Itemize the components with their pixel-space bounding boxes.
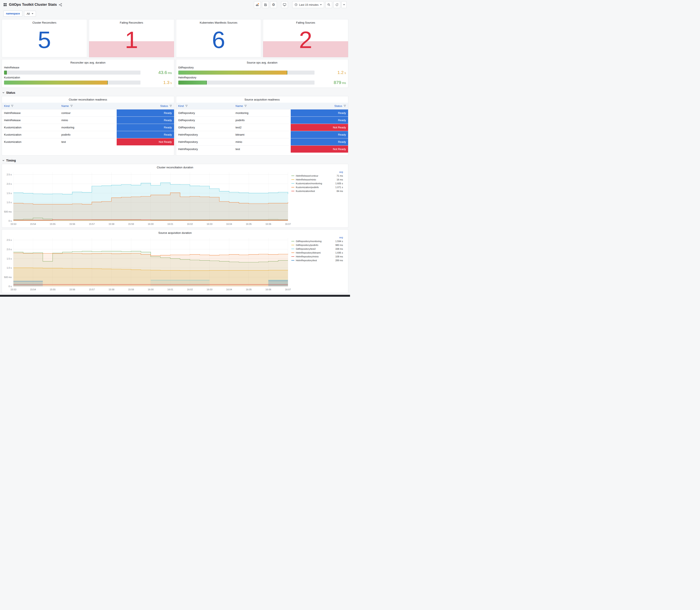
variable-value-namespace: All: [27, 12, 30, 15]
series-name: GitRepository/test2: [296, 247, 334, 250]
legend-item[interactable]: HelmRepository/test289 ms: [291, 258, 343, 262]
legend-item[interactable]: GitRepository/podinfo980 ms: [291, 243, 343, 247]
filter-icon[interactable]: [11, 105, 13, 107]
series-color-dash: [291, 187, 294, 188]
cell-kind: HelmRelease: [2, 110, 59, 117]
cell-name: test: [233, 146, 291, 153]
svg-text:16:04: 16:04: [226, 288, 232, 291]
plot-area[interactable]: 0 s500 ms1.0 s1.5 s2.0 s2.5 s15:5315:541…: [2, 235, 291, 292]
svg-text:15:56: 15:56: [69, 288, 75, 291]
chart-panels: Cluster reconciliation duration0 s500 ms…: [2, 164, 348, 293]
readiness-table: KindNameStatusGitRepositorymonitoringRea…: [176, 103, 348, 152]
cell-name: minio: [59, 117, 117, 124]
dashboard-settings-button[interactable]: ⚙: [270, 1, 277, 8]
variable-picker-namespace[interactable]: All: [24, 11, 36, 17]
cell-kind: GitRepository: [176, 110, 233, 117]
column-header-label: Status: [160, 105, 168, 108]
legend-item[interactable]: HelmRelease/contour71 ms: [291, 174, 343, 178]
column-header-label: Status: [334, 105, 342, 108]
column-header-kind: Kind: [176, 103, 233, 110]
column-header-button[interactable]: Name: [233, 103, 291, 109]
refresh-button[interactable]: [333, 1, 340, 8]
plot-area[interactable]: 0 s500 ms1.0 s1.5 s2.0 s2.5 s15:5315:541…: [2, 170, 291, 227]
stat-panel: Kubernetes Manifests Sources6: [176, 19, 261, 58]
zoom-out-button[interactable]: [325, 1, 332, 8]
section-status[interactable]: Status: [2, 90, 348, 96]
apps-grid-icon: [3, 3, 7, 6]
column-header-status: Status: [117, 103, 174, 110]
column-header-button[interactable]: Kind: [176, 103, 233, 109]
bargauge-row: Kustomization1.3s: [4, 76, 172, 85]
column-header-label: Name: [235, 105, 243, 108]
dashboard: GitOps Toolkit Cluster Stats ⚙: [0, 0, 350, 293]
legend-avg-header: avg: [291, 236, 343, 239]
table-head: KindNameStatus: [2, 103, 174, 110]
refresh-interval-dropdown[interactable]: [342, 1, 347, 8]
share-dashboard-button[interactable]: [59, 3, 62, 6]
series-avg: 289 ms: [335, 259, 343, 262]
cell-name: podinfo: [233, 117, 291, 124]
column-header-button[interactable]: Status: [117, 103, 174, 109]
series-avg: 338 ms: [335, 247, 343, 250]
cell-kind: Kustomization: [2, 124, 59, 131]
filter-icon[interactable]: [169, 105, 172, 107]
series-avg: 71 ms: [337, 175, 343, 177]
apps-menu-button[interactable]: [3, 3, 7, 6]
table-body: GitRepositorymonitoringReadyGitRepositor…: [176, 110, 348, 153]
legend-item[interactable]: HelmRepository/bitnami1.695 s: [291, 251, 343, 255]
column-header-button[interactable]: Name: [59, 103, 117, 109]
column-header-button[interactable]: Kind: [2, 103, 59, 109]
chevron-down-icon: [2, 159, 5, 162]
legend-item[interactable]: Kustomization/monitoring1.605 s: [291, 181, 343, 185]
svg-text:16:05: 16:05: [246, 223, 252, 225]
time-range-picker[interactable]: Last 15 minutes: [292, 1, 324, 8]
variable-label-namespace: namespace: [3, 11, 22, 17]
section-timing[interactable]: Timing: [2, 157, 348, 164]
legend-item[interactable]: GitRepository/monitoring1.594 s: [291, 239, 343, 243]
svg-text:16:04: 16:04: [226, 223, 232, 225]
table-row: GitRepositorypodinfoReady: [176, 117, 348, 124]
bargauge-value: 43.6ms: [144, 70, 172, 75]
tables-row: Cluster reconciliation readinessKindName…: [2, 96, 348, 156]
series-color-dash: [291, 249, 294, 249]
add-panel-button[interactable]: [254, 1, 261, 8]
timeseries-plot[interactable]: 0 s500 ms1.0 s1.5 s2.0 s2.5 s15:5315:541…: [2, 170, 291, 227]
bargauge-value-unit: ms: [168, 71, 172, 75]
legend-item[interactable]: Kustomization/podinfo1.071 s: [291, 185, 343, 189]
svg-text:15:54: 15:54: [30, 223, 36, 225]
column-header-label: Kind: [4, 105, 10, 108]
column-header-button[interactable]: Status: [291, 103, 348, 109]
add-panel-icon: [256, 3, 259, 6]
series-color-dash: [291, 241, 294, 241]
legend-item[interactable]: HelmRepository/minio108 ms: [291, 255, 343, 258]
svg-text:500 ms: 500 ms: [4, 276, 12, 278]
chevron-down-icon: [343, 4, 345, 5]
series-avg: 1.594 s: [335, 240, 343, 242]
filter-icon[interactable]: [344, 105, 346, 107]
time-range-label: Last 15 minutes: [299, 3, 319, 6]
legend-item[interactable]: HelmRelease/minio16 ms: [291, 178, 343, 181]
svg-text:16:03: 16:03: [207, 288, 212, 291]
series-avg: 108 ms: [335, 255, 343, 258]
section-status-label: Status: [6, 91, 15, 94]
panel-title: Failing Sources: [263, 19, 348, 25]
svg-text:15:55: 15:55: [50, 223, 56, 225]
timeseries-plot[interactable]: 0 s500 ms1.0 s1.5 s2.0 s2.5 s15:5315:541…: [2, 235, 291, 292]
cycle-view-mode-button[interactable]: [281, 1, 288, 8]
legend-avg-header: avg: [291, 170, 343, 174]
legend-item[interactable]: Kustomization/test84 ms: [291, 189, 343, 193]
stat-panel: Cluster Reconcilers5: [2, 19, 87, 58]
bargauge-track: [4, 70, 141, 75]
table-row: HelmReleasecontourReady: [2, 110, 174, 117]
save-dashboard-button[interactable]: [262, 1, 269, 8]
cell-name: podinfo: [59, 131, 117, 138]
filter-icon[interactable]: [244, 105, 247, 107]
section-timing-label: Timing: [6, 159, 16, 162]
column-header-name: Name: [233, 103, 291, 110]
svg-text:16:06: 16:06: [265, 223, 271, 225]
filter-icon[interactable]: [185, 105, 188, 107]
svg-text:15:58: 15:58: [109, 223, 115, 225]
filter-icon[interactable]: [70, 105, 73, 107]
bargauge-label: HelmRepository: [178, 76, 346, 79]
legend-item[interactable]: GitRepository/test2338 ms: [291, 247, 343, 251]
